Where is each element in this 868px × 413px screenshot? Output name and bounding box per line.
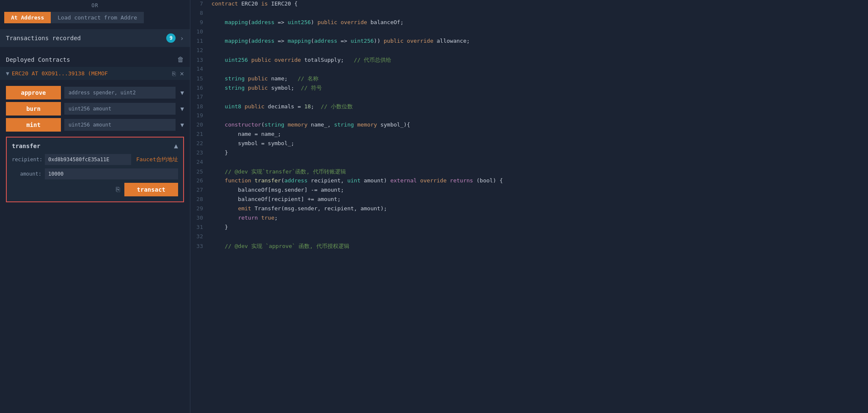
line-content xyxy=(212,66,868,72)
amount-label: amount: xyxy=(12,171,41,177)
code-line: 7contract ERC20 is IERC20 { xyxy=(190,0,868,9)
line-content: uint256 public override totalSupply; // … xyxy=(212,56,868,64)
code-view: 7contract ERC20 is IERC20 {8 9 mapping(a… xyxy=(190,0,868,251)
line-content: contract ERC20 is IERC20 { xyxy=(212,0,868,7)
line-content: balanceOf[msg.sender] -= amount; xyxy=(212,187,868,193)
line-number: 14 xyxy=(190,66,212,72)
line-number: 29 xyxy=(190,205,212,212)
transact-row: ⎘ transact xyxy=(12,183,178,196)
close-contract-icon[interactable]: ✕ xyxy=(180,69,184,77)
left-panel: OR At Address Load contract from Addre T… xyxy=(0,0,190,413)
burn-chevron-icon[interactable]: ▼ xyxy=(181,105,184,112)
approve-params: address spender, uint2 xyxy=(64,87,176,99)
code-line: 12 xyxy=(190,47,868,56)
line-number: 17 xyxy=(190,94,212,100)
burn-button[interactable]: burn xyxy=(6,102,61,116)
transactions-label: Transactions recorded xyxy=(6,35,162,41)
line-content: constructor(string memory name_, string … xyxy=(212,121,868,128)
code-line: 14 xyxy=(190,65,868,74)
line-number: 26 xyxy=(190,177,212,184)
faucet-label: Faucet合约地址 xyxy=(136,156,178,163)
code-line: 24 xyxy=(190,158,868,168)
line-content: } xyxy=(212,224,868,230)
line-content: mapping(address => mapping(address => ui… xyxy=(212,38,868,44)
line-number: 7 xyxy=(190,0,212,7)
code-line: 17 xyxy=(190,93,868,102)
line-content: balanceOf[recipient] += amount; xyxy=(212,196,868,202)
line-number: 12 xyxy=(190,47,212,53)
line-content: symbol = symbol_; xyxy=(212,140,868,146)
recipient-label: recipient: xyxy=(12,157,41,162)
line-number: 19 xyxy=(190,112,212,118)
line-content: } xyxy=(212,149,868,156)
line-content: mapping(address => uint256) public overr… xyxy=(212,19,868,25)
line-number: 11 xyxy=(190,38,212,44)
tab-row: At Address Load contract from Addre xyxy=(4,12,186,23)
code-line: 15 string public name; // 名称 xyxy=(190,74,868,84)
line-content: // @dev 实现 `approve` 函数, 代币授权逻辑 xyxy=(212,242,868,250)
trash-icon[interactable]: 🗑 xyxy=(177,55,184,63)
at-address-tab[interactable]: At Address xyxy=(4,12,51,23)
approve-button[interactable]: approve xyxy=(6,86,61,99)
line-number: 22 xyxy=(190,140,212,146)
mint-button[interactable]: mint xyxy=(6,118,61,132)
line-content: emit Transfer(msg.sender, recipient, amo… xyxy=(212,205,868,212)
code-line: 22 symbol = symbol_; xyxy=(190,140,868,149)
line-content xyxy=(212,28,868,35)
line-content xyxy=(212,10,868,16)
code-line: 11 mapping(address => mapping(address =>… xyxy=(190,37,868,47)
approve-row: approve address spender, uint2 ▼ xyxy=(6,86,184,99)
line-number: 28 xyxy=(190,196,212,202)
line-number: 30 xyxy=(190,215,212,221)
code-line: 29 emit Transfer(msg.sender, recipient, … xyxy=(190,205,868,214)
line-number: 23 xyxy=(190,149,212,156)
line-content: string public name; // 名称 xyxy=(212,75,868,83)
copy-contract-icon[interactable]: ⎘ xyxy=(172,70,176,77)
transfer-collapse-icon[interactable]: ▲ xyxy=(174,142,178,150)
line-content xyxy=(212,47,868,53)
copy-transfer-icon[interactable]: ⎘ xyxy=(116,186,120,193)
line-number: 16 xyxy=(190,85,212,91)
line-number: 10 xyxy=(190,28,212,35)
code-line: 10 xyxy=(190,28,868,37)
line-content: return true; xyxy=(212,215,868,221)
contract-chevron-down-icon[interactable]: ▼ xyxy=(6,70,9,77)
transact-button[interactable]: transact xyxy=(124,183,178,196)
or-divider: OR xyxy=(0,0,190,12)
code-line: 8 xyxy=(190,9,868,19)
line-number: 18 xyxy=(190,103,212,110)
code-line: 30 return true; xyxy=(190,214,868,223)
line-content: name = name_; xyxy=(212,131,868,137)
recipient-input[interactable] xyxy=(45,154,131,165)
code-line: 33 // @dev 实现 `approve` 函数, 代币授权逻辑 xyxy=(190,242,868,251)
code-line: 16 string public symbol; // 符号 xyxy=(190,84,868,93)
line-content xyxy=(212,233,868,240)
line-content: uint8 public decimals = 18; // 小数位数 xyxy=(212,103,868,110)
line-number: 27 xyxy=(190,187,212,193)
amount-row: amount: xyxy=(12,168,178,179)
mint-chevron-icon[interactable]: ▼ xyxy=(181,121,184,128)
line-number: 13 xyxy=(190,57,212,63)
code-line: 13 uint256 public override totalSupply; … xyxy=(190,56,868,65)
code-line: 19 xyxy=(190,112,868,121)
code-line: 21 name = name_; xyxy=(190,130,868,140)
line-number: 24 xyxy=(190,159,212,165)
load-contract-tab[interactable]: Load contract from Addre xyxy=(51,12,144,23)
contract-name: ERC20 AT 0XD91...39138 (MEMOF xyxy=(12,70,170,77)
chevron-right-icon: › xyxy=(180,34,184,42)
transactions-bar[interactable]: Transactions recorded 9 › xyxy=(0,29,190,47)
recipient-row: recipient: Faucet合约地址 xyxy=(12,154,178,165)
approve-chevron-icon[interactable]: ▼ xyxy=(181,89,184,96)
line-number: 33 xyxy=(190,243,212,249)
line-content: // @dev 实现`transfer`函数, 代币转账逻辑 xyxy=(212,168,868,176)
code-line: 32 xyxy=(190,233,868,242)
code-line: 28 balanceOf[recipient] += amount; xyxy=(190,195,868,205)
line-content: string public symbol; // 符号 xyxy=(212,84,868,92)
transfer-header: transfer ▲ xyxy=(12,142,178,150)
contract-row: ▼ ERC20 AT 0XD91...39138 (MEMOF ⎘ ✕ xyxy=(0,67,190,80)
line-number: 25 xyxy=(190,168,212,175)
amount-input[interactable] xyxy=(45,168,178,179)
code-line: 9 mapping(address => uint256) public ove… xyxy=(190,19,868,28)
line-content xyxy=(212,94,868,100)
transfer-section: transfer ▲ recipient: Faucet合约地址 amount:… xyxy=(6,137,184,202)
